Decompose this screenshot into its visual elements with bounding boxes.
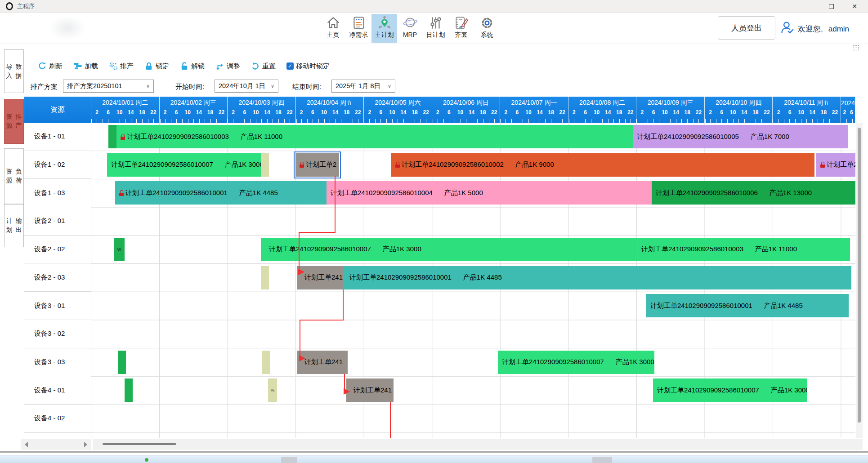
taskbar-green-dot xyxy=(145,458,148,462)
bar-product-label: 产品1K 3000 xyxy=(383,245,421,254)
nav-item-label: 日计划 xyxy=(426,31,445,39)
gantt-bar[interactable] xyxy=(261,266,269,289)
gantt-bar[interactable]: 计划工单24102909092586010001产品1K 4485 xyxy=(115,181,327,205)
checkbox-icon[interactable]: ✓ xyxy=(286,62,294,70)
解锁-button[interactable]: 解锁 xyxy=(180,62,205,71)
resource-row-label: 设备2 - 03 xyxy=(24,264,91,292)
close-button[interactable]: ✕ xyxy=(843,0,866,13)
minimize-button[interactable]: — xyxy=(796,0,819,13)
nav-item-home[interactable]: 主页 xyxy=(320,14,346,43)
gantt-bar[interactable]: W xyxy=(114,238,125,261)
chevron-down-icon: ∨ xyxy=(388,83,391,89)
hour-labels: 2610141822 xyxy=(568,109,636,119)
horizontal-scrollbar[interactable] xyxy=(93,439,863,450)
hour-ticks xyxy=(364,119,432,123)
lock-icon xyxy=(144,62,153,71)
gantt-bar[interactable]: 计划工单24102909092586010006产品1K 13000 xyxy=(652,181,855,205)
lock-on-move-checkbox[interactable]: ✓移动时锁定 xyxy=(286,62,330,71)
gantt-bar[interactable]: 计划工单24102909092586010001产品1K 4485 xyxy=(343,266,851,289)
gantt-bar[interactable]: 计划工单24102909092586010007产品1K 3000 xyxy=(653,378,807,402)
gantt-bar[interactable]: 计划工单2 xyxy=(295,153,339,177)
nav-item-mrp[interactable]: MRP xyxy=(397,14,423,43)
day-column-header: 2024/10/04 周五2610141822 xyxy=(296,97,364,123)
home-icon xyxy=(326,15,341,31)
welcome-label: 欢迎您, xyxy=(798,25,823,33)
logout-button[interactable]: 人员登出 xyxy=(718,16,775,40)
nav-item-kitting[interactable]: 齐套 xyxy=(448,14,474,43)
bar-order-label: 计划工单24102909092586010001 xyxy=(349,273,452,282)
加载-button[interactable]: 加载 xyxy=(73,62,98,71)
end-time-select[interactable]: 2025年 1月 8日∨ xyxy=(331,80,395,93)
resource-row-label: 设备4 - 02 xyxy=(24,405,91,433)
taskbar-button[interactable] xyxy=(281,457,297,463)
gantt-bar[interactable]: 计划工单241 xyxy=(346,378,394,402)
plan-select[interactable]: 排产方案20250101∨ xyxy=(63,80,154,93)
resize-grip[interactable] xyxy=(853,45,859,50)
vertical-scrollbar-thumb[interactable] xyxy=(858,128,861,423)
bar-product-label: 产品1K 11000 xyxy=(241,133,282,141)
vertical-scrollbar[interactable] xyxy=(856,123,863,438)
gantt-bar[interactable]: 计划工单24102909092586010005产品1K 7000 xyxy=(633,125,848,148)
sidebar-tab-资源负荷[interactable]: 资源负荷 xyxy=(4,148,24,204)
toolbar-button-label: 刷新 xyxy=(49,62,63,71)
hour-labels: 2610141822 xyxy=(91,109,159,119)
scroll-left-icon[interactable] xyxy=(25,442,28,447)
gantt-bar[interactable]: 计划工单24102909092586010001产品1K 4485 xyxy=(646,294,849,317)
day-date-label: 2024/10/09 周三 xyxy=(636,97,704,109)
锁定-button[interactable]: 锁定 xyxy=(144,62,169,71)
bar-order-label: 计划工单24102909092586010005 xyxy=(637,133,739,141)
gantt-bar[interactable]: 计划工单24102909092586010003产品1K 11000 xyxy=(116,125,633,148)
gantt-bar[interactable] xyxy=(261,153,269,177)
重置-button[interactable]: 重置 xyxy=(251,62,276,71)
gantt-bar[interactable]: 计划工单24102909092586010004产品1K 5000 xyxy=(327,181,652,205)
gantt-bar[interactable]: 计划工单24102909092586010007产品1K 3000 xyxy=(498,351,654,374)
gantt-bar[interactable]: % xyxy=(268,378,277,402)
gantt-bar[interactable] xyxy=(262,351,270,374)
maximize-button[interactable] xyxy=(819,0,843,13)
day-date-label: 2024/10/07 周一 xyxy=(500,97,568,109)
sidebar-tab-计划输出[interactable]: 计划输出 xyxy=(4,204,24,247)
gantt-bar[interactable] xyxy=(125,378,133,402)
gantt-bar[interactable]: 计划工单24102909092586010007产品1K 3000 xyxy=(107,153,261,177)
gantt-bar[interactable]: 计划工单2 xyxy=(816,153,855,177)
gantt-bar[interactable]: 计划工单24102909092586010007产品1K 3000 xyxy=(261,238,637,261)
gantt-bar[interactable]: 计划工单24102909092586010002产品1K 9000 xyxy=(391,153,814,177)
net-demand-icon xyxy=(351,15,367,31)
bar-order-label: 计划工单24102909092586010003 xyxy=(127,133,229,141)
nav-item-net-demand[interactable]: 净需求 xyxy=(346,14,371,43)
scroll-right-icon[interactable] xyxy=(84,442,87,447)
app-window: 主程序 — ✕ 主页净需求主计划MRP日计划齐套系统 人员登出 欢迎您,admi… xyxy=(0,0,868,463)
nav-item-system[interactable]: 系统 xyxy=(474,14,500,43)
hour-ticks xyxy=(500,119,568,123)
bar-order-label: 计划工单24102909092586010001 xyxy=(125,189,228,197)
resource-column: 设备1 - 01设备1 - 02设备1 - 03设备2 - 01设备2 - 02… xyxy=(24,123,91,438)
gantt-bar[interactable]: 计划工单24102909092586010003产品1K 11000 xyxy=(637,238,850,261)
sidebar-tab-导入数据[interactable]: 导入数据 xyxy=(4,49,24,93)
gantt-bar[interactable]: 计划工单241 xyxy=(297,266,343,289)
horizontal-scrollbar-thumb[interactable] xyxy=(103,443,176,445)
start-time-select[interactable]: 2024年10月 1日∨ xyxy=(215,80,278,93)
toolbar-button-label: 排产 xyxy=(120,62,134,71)
hour-ticks xyxy=(91,119,159,123)
nav-item-daily-plan[interactable]: 日计划 xyxy=(423,14,448,43)
刷新-button[interactable]: 刷新 xyxy=(38,62,63,71)
调整-button[interactable]: 调整 xyxy=(215,62,240,71)
nav-item-master-plan[interactable]: 主计划 xyxy=(371,14,397,43)
hour-ticks xyxy=(636,119,704,123)
day-column-header: 2024/10/08 周二2610141822 xyxy=(568,97,637,123)
排产-button[interactable]: 排产 xyxy=(109,62,134,71)
hour-labels: 2610141822 xyxy=(773,109,841,119)
gantt-bar[interactable] xyxy=(118,351,126,374)
maximize-icon xyxy=(829,4,834,9)
taskbar-button[interactable] xyxy=(592,457,612,463)
hour-ticks xyxy=(568,119,636,123)
hour-ticks xyxy=(705,119,773,123)
sidebar-tab-资源排产[interactable]: 资源排产 xyxy=(4,99,24,144)
gantt-bar[interactable] xyxy=(108,125,116,148)
bar-order-label: 计划工单241 xyxy=(304,273,343,282)
resource-column-header: 资源 xyxy=(24,97,91,123)
resource-row-label: 设备4 - 01 xyxy=(24,376,91,405)
gantt-bar[interactable]: 计划工单241 xyxy=(297,351,348,374)
toolbar-button-label: 锁定 xyxy=(156,62,169,71)
resource-scrollbar[interactable] xyxy=(21,439,91,450)
